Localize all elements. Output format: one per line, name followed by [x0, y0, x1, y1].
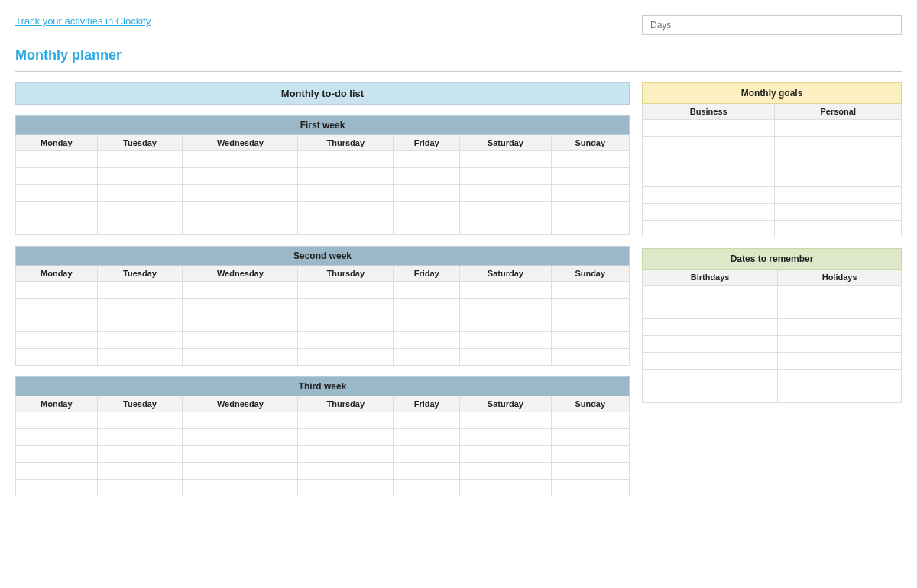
week2-monday: Monday [16, 266, 98, 282]
week2-label: Second week [16, 247, 630, 266]
list-item [643, 286, 902, 302]
table-row [16, 168, 630, 185]
week1-monday: Monday [16, 135, 98, 151]
week1-day-headers: Monday Tuesday Wednesday Thursday Friday… [16, 135, 630, 151]
week1-table: First week Monday Tuesday Wednesday Thur… [15, 115, 630, 235]
list-item [643, 137, 902, 153]
dates-subheader-row: Birthdays Holidays [643, 270, 902, 286]
week2-tuesday: Tuesday [97, 266, 183, 282]
week2-saturday: Saturday [460, 266, 551, 282]
week2-day-headers: Monday Tuesday Wednesday Thursday Friday… [16, 266, 630, 282]
right-column: Monthly goals Business Personal [642, 82, 902, 496]
week1-thursday: Thursday [298, 135, 394, 151]
table-row [16, 349, 630, 366]
table-row [16, 480, 630, 496]
goals-title: Monthly goals [643, 83, 902, 104]
table-row [16, 151, 630, 168]
table-row [16, 202, 630, 218]
week3-thursday: Thursday [298, 396, 394, 412]
week2-wednesday: Wednesday [183, 266, 298, 282]
goals-business-header: Business [643, 104, 775, 120]
table-row [16, 185, 630, 202]
list-item [643, 204, 902, 221]
week2-friday: Friday [394, 266, 460, 282]
week1-friday: Friday [394, 135, 460, 151]
table-row [16, 446, 630, 463]
goals-subheader-row: Business Personal [643, 104, 902, 120]
week1-header-row: First week [16, 116, 630, 135]
week2-table: Second week Monday Tuesday Wednesday Thu… [15, 246, 630, 366]
table-row [16, 412, 630, 429]
todo-list-container: Monthly to-do list [15, 82, 630, 105]
dates-to-remember-table: Dates to remember Birthdays Holidays [642, 248, 902, 403]
left-column: Monthly to-do list First week Monday Tue… [15, 82, 630, 496]
monthly-goals-table: Monthly goals Business Personal [642, 82, 902, 237]
table-row [16, 282, 630, 299]
week3-monday: Monday [16, 396, 98, 412]
list-item [643, 353, 902, 370]
week2-thursday: Thursday [298, 266, 394, 282]
week1-sunday: Sunday [551, 135, 630, 151]
table-row [16, 218, 630, 235]
table-row [16, 463, 630, 480]
dates-header-row: Dates to remember [643, 249, 902, 270]
week3-day-headers: Monday Tuesday Wednesday Thursday Friday… [16, 396, 630, 412]
dates-title: Dates to remember [643, 249, 902, 270]
list-item [643, 302, 902, 319]
week3-wednesday: Wednesday [183, 396, 298, 412]
week3-table: Third week Monday Tuesday Wednesday Thur… [15, 376, 630, 496]
table-row [16, 332, 630, 349]
list-item [643, 319, 902, 336]
divider [15, 71, 902, 72]
todo-main-header-table: Monthly to-do list [15, 82, 630, 105]
page-title: Monthly planner [15, 47, 902, 63]
list-item [643, 370, 902, 386]
goals-header-row: Monthly goals [643, 83, 902, 104]
table-row [16, 299, 630, 315]
week2-header-row: Second week [16, 247, 630, 266]
list-item [643, 170, 902, 187]
table-row [16, 315, 630, 332]
days-input[interactable] [642, 15, 902, 35]
week1-tuesday: Tuesday [97, 135, 183, 151]
list-item [643, 336, 902, 353]
goals-personal-header: Personal [775, 104, 902, 120]
week1-label: First week [16, 116, 630, 135]
todo-main-header-cell: Monthly to-do list [16, 83, 630, 105]
list-item [643, 153, 902, 170]
clockify-link[interactable]: Track your activities in Clockify [15, 15, 151, 27]
list-item [643, 120, 902, 137]
list-item [643, 221, 902, 237]
week2-sunday: Sunday [551, 266, 630, 282]
main-layout: Monthly to-do list First week Monday Tue… [15, 82, 902, 496]
week3-header-row: Third week [16, 377, 630, 396]
todo-main-header-row: Monthly to-do list [16, 83, 630, 105]
dates-holidays-header: Holidays [778, 270, 902, 286]
week3-tuesday: Tuesday [97, 396, 183, 412]
list-item [643, 187, 902, 204]
dates-birthdays-header: Birthdays [643, 270, 778, 286]
table-row [16, 429, 630, 446]
week3-friday: Friday [394, 396, 460, 412]
list-item [643, 386, 902, 403]
week3-label: Third week [16, 377, 630, 396]
week1-wednesday: Wednesday [183, 135, 298, 151]
week1-saturday: Saturday [460, 135, 551, 151]
week3-saturday: Saturday [460, 396, 551, 412]
week3-sunday: Sunday [551, 396, 630, 412]
